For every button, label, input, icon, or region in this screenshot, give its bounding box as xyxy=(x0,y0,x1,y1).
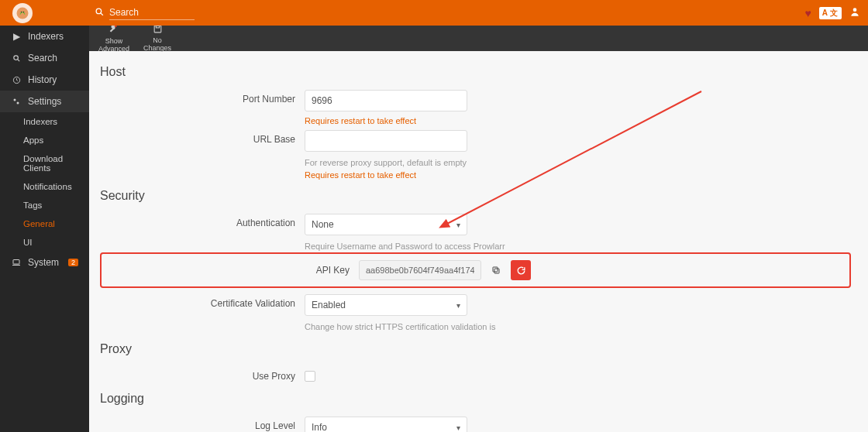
user-icon[interactable] xyxy=(849,6,860,19)
svg-line-7 xyxy=(17,59,19,60)
sidebar-item-search[interactable]: Search xyxy=(0,47,89,69)
svg-rect-16 xyxy=(494,269,499,273)
search-input[interactable] xyxy=(109,5,195,20)
sidebar-item-system[interactable]: System 2 xyxy=(0,252,89,273)
wrench-icon xyxy=(108,26,119,36)
clock-icon xyxy=(11,76,22,84)
urlbase-input[interactable] xyxy=(305,130,467,152)
sidebar: ▶ Indexers Search History Settings Index… xyxy=(0,26,89,432)
topbar: ♥ A 文 xyxy=(0,0,868,26)
api-key-input[interactable] xyxy=(359,260,481,280)
auth-value: None xyxy=(312,219,334,230)
section-proxy: Proxy xyxy=(100,342,857,356)
port-warn: Requires restart to take effect xyxy=(100,115,857,130)
sidebar-item-label: History xyxy=(28,74,57,85)
svg-point-1 xyxy=(21,11,22,12)
topbar-right: ♥ A 文 xyxy=(805,6,860,19)
chevron-down-icon: ▾ xyxy=(456,423,460,432)
svg-point-10 xyxy=(17,102,19,105)
subnav-apps[interactable]: Apps xyxy=(0,131,89,149)
svg-point-13 xyxy=(115,26,116,27)
regenerate-button[interactable] xyxy=(511,260,531,280)
subnav-general[interactable]: General xyxy=(0,214,89,233)
use-proxy-checkbox[interactable] xyxy=(305,371,315,382)
cogs-icon xyxy=(11,97,22,106)
section-host: Host xyxy=(100,65,857,79)
sidebar-item-history[interactable]: History xyxy=(0,69,89,91)
sidebar-item-settings[interactable]: Settings xyxy=(0,91,89,112)
sidebar-item-label: Settings xyxy=(28,96,61,107)
port-label: Port Number xyxy=(100,90,305,105)
subnav-download-clients[interactable]: Download Clients xyxy=(0,149,89,177)
save-icon xyxy=(153,26,163,36)
app-logo[interactable] xyxy=(12,3,33,23)
svg-point-9 xyxy=(14,99,16,101)
svg-point-5 xyxy=(853,8,857,12)
api-key-highlight: API Key xyxy=(100,252,851,288)
section-logging: Logging xyxy=(100,392,857,406)
subnav-ui[interactable]: UI xyxy=(0,233,89,252)
chevron-down-icon: ▾ xyxy=(456,301,460,310)
auth-help: Require Username and Password to access … xyxy=(100,238,857,252)
subnav-tags[interactable]: Tags xyxy=(0,196,89,214)
page-toolbar: Show Advanced No Changes xyxy=(89,26,868,51)
svg-rect-17 xyxy=(493,267,498,272)
cert-help: Change how strict HTTPS certification va… xyxy=(100,319,857,338)
log-level-value: Info xyxy=(312,422,327,432)
subnav-indexers[interactable]: Indexers xyxy=(0,112,89,131)
sidebar-item-indexers[interactable]: ▶ Indexers xyxy=(0,26,89,47)
cert-label: Certificate Validation xyxy=(100,294,305,309)
subnav-notifications[interactable]: Notifications xyxy=(0,177,89,196)
sidebar-item-label: Indexers xyxy=(28,31,64,42)
svg-point-0 xyxy=(17,7,29,19)
svg-rect-15 xyxy=(156,26,159,28)
search-icon xyxy=(95,7,105,19)
global-search xyxy=(95,5,195,20)
port-input[interactable] xyxy=(305,90,467,111)
auth-select[interactable]: None ▾ xyxy=(305,214,467,235)
urlbase-label: URL Base xyxy=(100,130,305,145)
svg-point-2 xyxy=(23,11,25,12)
language-badge[interactable]: A 文 xyxy=(819,7,842,19)
show-advanced-button[interactable]: Show Advanced xyxy=(98,26,129,53)
section-security: Security xyxy=(100,189,857,203)
system-badge: 2 xyxy=(68,259,78,266)
save-button[interactable]: No Changes xyxy=(143,26,171,53)
api-key-label: API Key xyxy=(106,265,359,276)
svg-point-3 xyxy=(96,9,102,14)
sidebar-item-label: System xyxy=(28,257,59,268)
chevron-down-icon: ▾ xyxy=(456,221,460,229)
laptop-icon xyxy=(11,258,22,267)
log-level-label: Log Level xyxy=(100,417,305,431)
search-icon xyxy=(11,54,22,63)
sidebar-item-label: Search xyxy=(28,53,57,63)
donate-icon[interactable]: ♥ xyxy=(805,7,811,19)
svg-point-6 xyxy=(13,55,18,60)
auth-label: Authentication xyxy=(100,214,305,228)
svg-line-4 xyxy=(101,13,103,15)
urlbase-warn: Requires restart to take effect xyxy=(100,169,857,184)
cert-select[interactable]: Enabled ▾ xyxy=(305,294,467,316)
play-icon: ▶ xyxy=(11,31,22,42)
tool-label: No Changes xyxy=(143,37,171,53)
use-proxy-label: Use Proxy xyxy=(100,367,305,382)
copy-button[interactable] xyxy=(486,260,506,280)
svg-rect-14 xyxy=(154,26,161,33)
settings-content: Host Port Number Requires restart to tak… xyxy=(89,51,868,432)
svg-rect-11 xyxy=(13,260,19,265)
settings-subnav: Indexers Apps Download Clients Notificat… xyxy=(0,112,89,252)
cert-value: Enabled xyxy=(312,300,346,310)
log-level-select[interactable]: Info ▾ xyxy=(305,417,467,432)
